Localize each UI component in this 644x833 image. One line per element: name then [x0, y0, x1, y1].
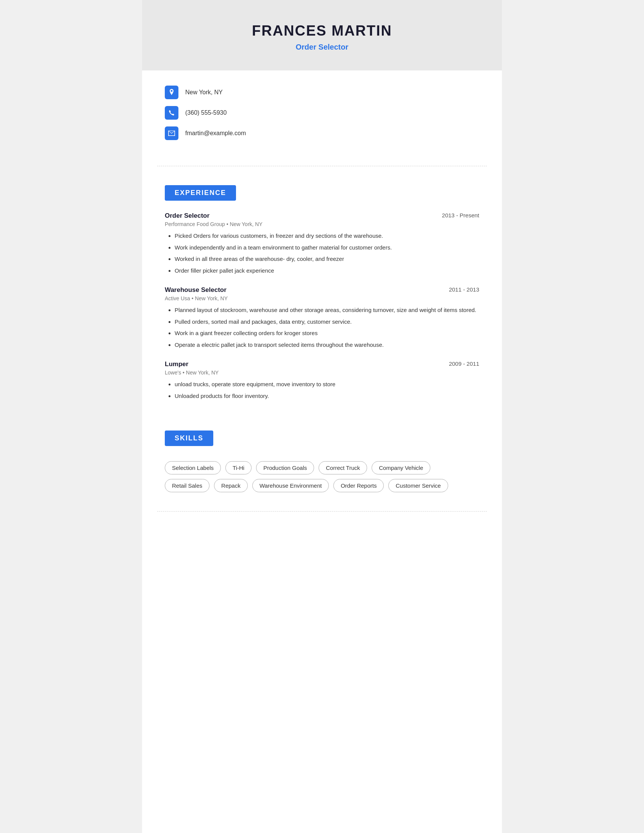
bullet-item: Operate a electric pallet jack to transp… — [175, 341, 479, 349]
exp-header-2: Warehouse Selector 2011 - 2013 — [165, 286, 479, 294]
exp-item-2: Warehouse Selector 2011 - 2013 Active Us… — [165, 286, 479, 349]
exp-bullets-1: Picked Orders for various customers, in … — [165, 232, 479, 275]
exp-title-2: Warehouse Selector — [165, 286, 227, 294]
bottom-divider — [157, 511, 487, 511]
skill-tag-retail-sales: Retail Sales — [165, 479, 209, 492]
skill-tag-production-goals: Production Goals — [256, 461, 314, 474]
candidate-name: FRANCES MARTIN — [157, 23, 487, 39]
email-text: fmartin@example.com — [185, 130, 246, 137]
resume-header: FRANCES MARTIN Order Selector — [142, 0, 502, 71]
skill-tag-correct-truck: Correct Truck — [319, 461, 367, 474]
email-icon — [165, 127, 179, 140]
contact-divider — [157, 166, 487, 166]
exp-bullets-3: unload trucks, operate store equipment, … — [165, 380, 479, 400]
exp-dates-3: 2009 - 2011 — [449, 360, 479, 367]
exp-company-1: Performance Food Group • New York, NY — [165, 221, 479, 227]
skills-tags-container: Selection Labels Ti-Hi Production Goals … — [165, 461, 479, 492]
skill-tag-warehouse-environment: Warehouse Environment — [252, 479, 329, 492]
experience-section: EXPERIENCE Order Selector 2013 - Present… — [142, 174, 502, 419]
phone-icon — [165, 106, 179, 120]
experience-label: EXPERIENCE — [165, 185, 236, 201]
skills-section: SKILLS Selection Labels Ti-Hi Production… — [142, 419, 502, 507]
location-text: New York, NY — [185, 89, 223, 96]
exp-bullets-2: Planned layout of stockroom, warehouse a… — [165, 306, 479, 349]
location-icon — [165, 85, 179, 99]
exp-header-1: Order Selector 2013 - Present — [165, 212, 479, 220]
exp-title-1: Order Selector — [165, 212, 209, 220]
phone-text: (360) 555-5930 — [185, 109, 227, 116]
skill-tag-customer-service: Customer Service — [388, 479, 448, 492]
bullet-item: Pulled orders, sorted mail and packages,… — [175, 318, 479, 326]
exp-title-3: Lumper — [165, 360, 188, 368]
exp-company-3: Lowe's • New York, NY — [165, 370, 479, 376]
bullet-item: Work independently and in a team environ… — [175, 243, 479, 252]
skills-label: SKILLS — [165, 431, 213, 446]
exp-item-1: Order Selector 2013 - Present Performanc… — [165, 212, 479, 275]
skill-tag-selection-labels: Selection Labels — [165, 461, 221, 474]
bullet-item: Picked Orders for various customers, in … — [175, 232, 479, 240]
bullet-item: Planned layout of stockroom, warehouse a… — [175, 306, 479, 315]
exp-header-3: Lumper 2009 - 2011 — [165, 360, 479, 368]
bullet-item: unload trucks, operate store equipment, … — [175, 380, 479, 389]
skill-tag-company-vehicle: Company Vehicle — [372, 461, 430, 474]
phone-item: (360) 555-5930 — [165, 106, 479, 120]
candidate-title: Order Selector — [157, 43, 487, 51]
skill-tag-order-reports: Order Reports — [333, 479, 384, 492]
bullet-item: Worked in all three areas of the warehou… — [175, 255, 479, 264]
exp-dates-2: 2011 - 2013 — [449, 286, 479, 293]
contact-section: New York, NY (360) 555-5930 fmartin@exam… — [142, 71, 502, 158]
exp-company-2: Active Usa • New York, NY — [165, 295, 479, 301]
exp-dates-1: 2013 - Present — [442, 212, 479, 219]
email-item: fmartin@example.com — [165, 127, 479, 140]
bullet-item: Order filler picker pallet jack experien… — [175, 267, 479, 275]
bullet-item: Unloaded products for floor inventory. — [175, 392, 479, 400]
bullet-item: Work in a giant freezer collecting order… — [175, 329, 479, 338]
skill-tag-repack: Repack — [214, 479, 248, 492]
skill-tag-ti-hi: Ti-Hi — [225, 461, 251, 474]
location-item: New York, NY — [165, 85, 479, 99]
exp-item-3: Lumper 2009 - 2011 Lowe's • New York, NY… — [165, 360, 479, 400]
